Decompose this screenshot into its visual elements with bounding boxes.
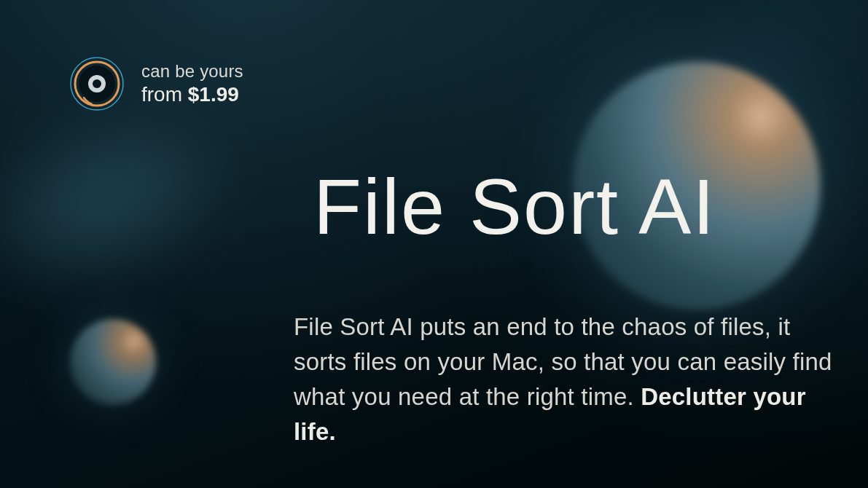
product-description: File Sort AI puts an end to the chaos of… [294, 310, 833, 449]
price-prefix: can be yours [141, 61, 243, 82]
price-line: from $1.99 [141, 82, 243, 107]
price-text: can be yours from $1.99 [141, 61, 243, 106]
app-logo-icon [70, 57, 124, 111]
background-orb-small [70, 319, 156, 405]
svg-point-4 [93, 79, 101, 88]
price-badge-row: can be yours from $1.99 [70, 57, 243, 111]
price-value: $1.99 [188, 83, 239, 106]
background-bokeh-blob [0, 84, 251, 317]
product-title: File Sort AI [313, 168, 716, 246]
price-from-word: from [141, 83, 182, 106]
